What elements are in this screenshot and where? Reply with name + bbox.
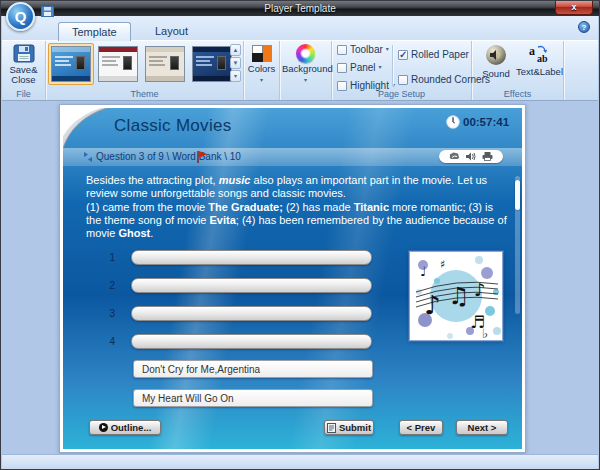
svg-text:ab: ab — [537, 53, 548, 64]
player-template-window: Player Template x Q Template Layout ? Sa… — [0, 0, 600, 470]
sound-label: Sound — [482, 68, 509, 79]
next-label: Next > — [468, 422, 497, 433]
theme-thumbnail-preview — [98, 46, 138, 82]
theme-thumbnail-crimson[interactable] — [95, 43, 141, 85]
word-bank-item-2[interactable]: My Heart Will Go On — [133, 389, 373, 407]
ribbon-group-file: Save& Close File — [2, 41, 46, 100]
question-nav-icon[interactable] — [83, 152, 93, 162]
blank-number: 1 — [101, 252, 115, 263]
gallery-up-icon[interactable]: ▲ — [230, 44, 241, 56]
svg-text:♭: ♭ — [482, 326, 488, 340]
theme-thumbnail-preview — [145, 46, 185, 82]
timer: 00:57:41 — [446, 115, 509, 129]
ribbon: Save& Close File — [2, 41, 598, 101]
chevron-down-icon: ▾ — [260, 77, 263, 83]
background-label: Background — [282, 63, 333, 74]
window-statusbar — [2, 454, 598, 469]
toolbar-label: Toolbar — [350, 44, 383, 55]
answer-row-1: 1 — [63, 250, 393, 265]
help-icon[interactable]: ? — [578, 21, 590, 33]
theme-thumbnail-beige[interactable] — [142, 43, 188, 85]
panel-checkbox-row[interactable]: Panel ▾ — [337, 62, 382, 73]
answer-blank-3[interactable] — [131, 306, 372, 321]
background-button[interactable]: Background ▾ — [282, 43, 329, 84]
svg-text:♯: ♯ — [440, 258, 445, 271]
scrollbar-thumb[interactable] — [515, 180, 520, 210]
quiz-player: Classic Movies 00:57:41 Question 3 of 9 … — [63, 108, 522, 449]
sound-button[interactable]: Sound — [476, 43, 516, 79]
sound-icon — [486, 45, 506, 65]
chevron-down-icon[interactable]: ▾ — [379, 65, 382, 70]
clock-icon — [446, 115, 460, 129]
toolbar-checkbox-row[interactable]: Toolbar ▾ — [337, 44, 389, 55]
question-progress-label: Question 3 of 9 \ Word Bank \ 10 — [96, 151, 241, 162]
gallery-more-icon[interactable]: ▾ — [230, 70, 241, 82]
hint-icon[interactable] — [449, 152, 460, 161]
ribbon-group-page-setup: Toolbar ▾ Panel ▾ Highlight ▾ Rolled Pap… — [332, 41, 472, 100]
answer-blank-4[interactable] — [131, 334, 372, 349]
rolled-paper-checkbox-row[interactable]: Rolled Paper — [398, 49, 469, 60]
ribbon-group-theme: ▲ ▼ ▾ Theme — [46, 41, 244, 100]
quick-save-icon[interactable] — [41, 3, 54, 14]
flag-icon[interactable] — [196, 150, 208, 164]
text-label-button[interactable]: a ab Text&Label — [516, 43, 562, 77]
rounded-corners-checkbox[interactable] — [398, 75, 408, 85]
blank-number: 4 — [101, 336, 115, 347]
titlebar: Player Template x — [1, 1, 599, 16]
blank-number: 2 — [101, 280, 115, 291]
panel-label: Panel — [350, 62, 376, 73]
theme-thumbnail-darkblue[interactable] — [189, 43, 235, 85]
tab-layout[interactable]: Layout — [142, 22, 201, 41]
svg-text:♪: ♪ — [474, 279, 486, 300]
save-close-button[interactable]: Save& Close — [4, 43, 43, 85]
group-label-page-setup: Page Setup — [332, 89, 471, 99]
theme-thumbnail-blue[interactable] — [48, 43, 94, 85]
answer-blank-1[interactable] — [131, 250, 372, 265]
svg-text:♪: ♪ — [424, 290, 441, 320]
save-close-label-2: Close — [11, 74, 35, 85]
submit-label: Submit — [339, 422, 371, 433]
tab-template[interactable]: Template — [58, 22, 131, 41]
theme-gallery — [48, 43, 235, 85]
printer-icon[interactable] — [482, 152, 493, 161]
question-image-music-notes: ♪ ♫ ♪ ♬ ♩ ♭ ♯ — [409, 251, 503, 341]
colors-swatch-icon — [252, 45, 272, 62]
toolbar-checkbox[interactable] — [337, 45, 347, 55]
group-label-theme: Theme — [46, 89, 243, 99]
outline-label: Outline... — [111, 422, 152, 433]
question-text: Besides the attracting plot, music also … — [86, 174, 510, 240]
rolled-paper-checkbox[interactable] — [398, 50, 408, 60]
next-button[interactable]: Next > — [456, 420, 508, 435]
prev-button[interactable]: < Prev — [399, 420, 443, 435]
answer-blank-2[interactable] — [131, 278, 372, 293]
close-button[interactable]: x — [555, 1, 593, 15]
svg-text:♩: ♩ — [420, 264, 426, 279]
speaker-icon[interactable] — [466, 152, 476, 161]
save-icon — [13, 44, 35, 63]
group-label-effects: Effects — [472, 89, 563, 99]
ribbon-group-colors: Colors ▾ — [244, 41, 280, 100]
player-preview-panel: Classic Movies 00:57:41 Question 3 of 9 … — [59, 104, 526, 453]
outline-button[interactable]: Outline... — [89, 420, 161, 435]
gallery-scroll-controls: ▲ ▼ ▾ — [230, 44, 241, 83]
prev-label: < Prev — [407, 422, 436, 433]
chevron-down-icon[interactable]: ▾ — [386, 47, 389, 52]
gallery-down-icon[interactable]: ▼ — [230, 57, 241, 69]
app-logo-icon[interactable]: Q — [6, 2, 35, 31]
panel-checkbox[interactable] — [337, 63, 347, 73]
answer-row-3: 3 — [63, 306, 393, 321]
workspace: Classic Movies 00:57:41 Question 3 of 9 … — [2, 101, 598, 454]
group-label-file: File — [2, 89, 45, 99]
colors-button[interactable]: Colors ▾ — [246, 43, 277, 84]
outline-icon — [99, 423, 108, 432]
text-label-icon: a ab — [528, 44, 550, 64]
word-bank-item-1[interactable]: Don't Cry for Me,Argentina — [133, 360, 373, 378]
ribbon-tabstrip: Template Layout ? — [2, 16, 598, 41]
text-label-label: Text&Label — [516, 66, 563, 77]
answer-row-4: 4 — [63, 334, 393, 349]
question-scrollbar[interactable] — [515, 176, 520, 314]
answer-row-2: 2 — [63, 278, 393, 293]
submit-button[interactable]: Submit — [324, 420, 374, 435]
svg-text:♫: ♫ — [448, 282, 470, 310]
colors-label: Colors — [248, 63, 275, 74]
